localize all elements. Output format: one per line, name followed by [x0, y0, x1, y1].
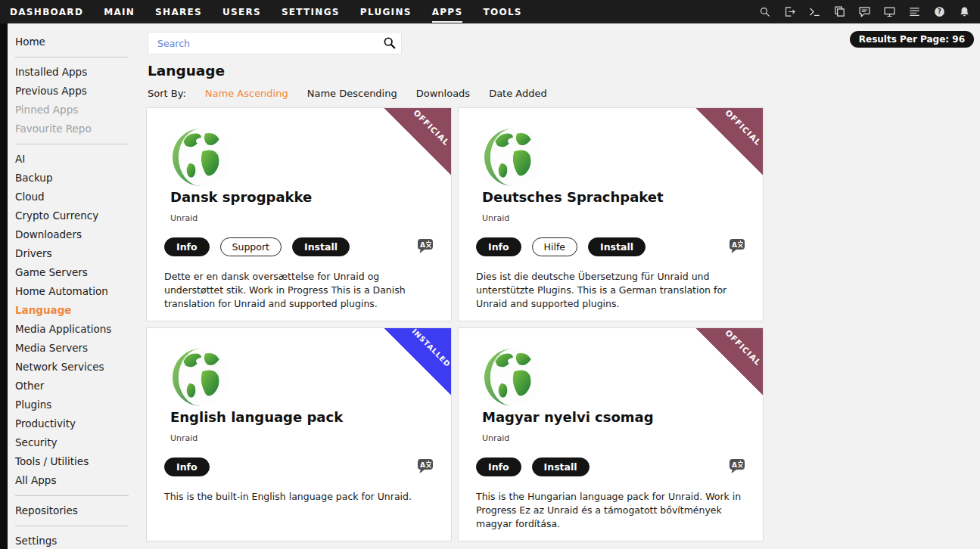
sidebar-item-installed-apps[interactable]: Installed Apps [8, 63, 146, 82]
log-icon[interactable] [907, 4, 922, 20]
search-submit-icon[interactable] [378, 33, 401, 54]
help-icon[interactable]: ? [932, 4, 947, 20]
terminal-icon[interactable] [807, 4, 823, 20]
sidebar-item-cloud[interactable]: Cloud [8, 188, 146, 206]
sort-date-added[interactable]: Date Added [489, 88, 547, 99]
sidebar-item-drivers[interactable]: Drivers [8, 244, 146, 263]
install-button[interactable]: Install [292, 237, 350, 256]
feedback-icon[interactable] [857, 4, 873, 20]
app-actions: Info Hilfe Install [476, 237, 646, 256]
sidebar-item-home-automation[interactable]: Home Automation [8, 282, 146, 301]
app-actions: Info Support Install [164, 237, 350, 256]
svg-text:A: A [732, 241, 737, 249]
sidebar-item-media-servers[interactable]: Media Servers [8, 339, 146, 358]
sidebar-item-security[interactable]: Security [8, 433, 146, 452]
sort-bar: Sort By: Name Ascending Name Descending … [148, 88, 547, 99]
app-title: Deutsches Sprachpaket [482, 189, 664, 205]
install-button[interactable]: Install [532, 458, 590, 476]
nav-item-tools[interactable]: TOOLS [483, 1, 521, 23]
sidebar-item-plugins[interactable]: Plugins [8, 395, 146, 414]
copy-icon[interactable] [832, 4, 848, 20]
svg-text:A: A [420, 241, 425, 249]
nav-item-settings[interactable]: SETTINGS [282, 1, 340, 23]
nav-item-plugins[interactable]: PLUGINS [360, 1, 412, 23]
installed-ribbon: INSTALLED [384, 327, 452, 395]
nav-item-main[interactable]: MAIN [104, 1, 135, 23]
install-button[interactable]: Install [588, 237, 646, 256]
app-author: Unraid [170, 433, 198, 443]
sidebar-item-settings[interactable]: Settings [8, 532, 146, 549]
translate-icon[interactable]: A [416, 457, 434, 475]
results-per-page-badge[interactable]: Results Per Page: 96 [850, 31, 974, 48]
sidebar-item-all-apps[interactable]: All Apps [8, 471, 146, 490]
app-author: Unraid [482, 213, 509, 223]
page-title: Language [148, 63, 225, 79]
info-button[interactable]: Info [164, 458, 210, 476]
sidebar-item-game-servers[interactable]: Game Servers [8, 263, 146, 282]
sidebar-item-media-applications[interactable]: Media Applications [8, 320, 146, 339]
translate-icon[interactable]: A [416, 237, 434, 255]
sort-name-descending[interactable]: Name Descending [307, 88, 397, 99]
app-title: Dansk sprogpakke [170, 189, 312, 205]
support-button[interactable]: Hilfe [532, 237, 577, 256]
app-card-dansk[interactable]: OFFICIAL Dansk sprogpakke Unraid Info Su… [146, 107, 452, 321]
globe-icon [481, 126, 545, 189]
sidebar-item-previous-apps[interactable]: Previous Apps [8, 82, 146, 101]
monitor-icon[interactable] [882, 4, 898, 20]
info-button[interactable]: Info [476, 458, 521, 476]
search-icon[interactable] [757, 4, 773, 20]
sidebar-item-favourite-repo: Favourite Repo [8, 119, 146, 138]
app-card-deutsch[interactable]: OFFICIAL Deutsches Sprachpaket Unraid In… [458, 107, 764, 321]
sidebar-item-ai[interactable]: AI [8, 150, 146, 169]
notifications-icon[interactable] [957, 4, 972, 20]
nav-icon-toolbar: ? [757, 4, 980, 20]
sidebar-item-other[interactable]: Other [8, 377, 146, 395]
nav-item-dashboard[interactable]: DASHBOARD [10, 1, 83, 23]
globe-icon [170, 126, 233, 189]
globe-icon [481, 346, 545, 409]
sort-downloads[interactable]: Downloads [416, 88, 470, 99]
app-description: Dies ist die deutsche Übersetzung für Un… [476, 270, 750, 311]
sidebar-item-repositories[interactable]: Repositories [8, 501, 146, 520]
sidebar-divider [15, 144, 129, 144]
sidebar-divider [15, 57, 129, 57]
logout-icon[interactable] [782, 4, 798, 20]
nav-item-shares[interactable]: SHARES [155, 1, 202, 23]
official-ribbon: OFFICIAL [695, 327, 764, 395]
sidebar-item-pinned-apps: Pinned Apps [8, 101, 146, 119]
app-card-magyar[interactable]: OFFICIAL Magyar nyelvi csomag Unraid Inf… [458, 327, 764, 541]
left-edge-strip [0, 23, 8, 549]
sidebar-item-tools-utilities[interactable]: Tools / Utilities [8, 452, 146, 471]
nav-menu: DASHBOARD MAIN SHARES USERS SETTINGS PLU… [0, 1, 522, 23]
app-title: English language pack [170, 409, 343, 425]
main-content: Results Per Page: 96 Language Sort By: N… [146, 23, 980, 549]
info-button[interactable]: Info [164, 237, 210, 256]
app-card-english[interactable]: INSTALLED English language pack Unraid I… [146, 327, 452, 541]
sidebar-item-crypto-currency[interactable]: Crypto Currency [8, 206, 146, 225]
official-ribbon: OFFICIAL [384, 107, 452, 175]
sidebar-item-downloaders[interactable]: Downloaders [8, 225, 146, 244]
sidebar-item-network-services[interactable]: Network Services [8, 358, 146, 377]
app-actions: Info Install [476, 458, 590, 476]
app-card-grid: OFFICIAL Dansk sprogpakke Unraid Info Su… [146, 107, 764, 541]
app-author: Unraid [482, 433, 509, 443]
svg-text:?: ? [938, 8, 941, 15]
top-navigation: DASHBOARD MAIN SHARES USERS SETTINGS PLU… [0, 0, 980, 23]
app-title: Magyar nyelvi csomag [482, 409, 654, 425]
sort-name-ascending[interactable]: Name Ascending [205, 88, 288, 99]
support-button[interactable]: Support [220, 237, 282, 256]
sidebar-item-productivity[interactable]: Productivity [8, 414, 146, 433]
sidebar-divider [15, 495, 129, 496]
nav-item-users[interactable]: USERS [222, 1, 261, 23]
search-input[interactable] [148, 38, 378, 49]
sidebar-item-home[interactable]: Home [8, 33, 146, 51]
app-actions: Info [164, 458, 210, 476]
sidebar-item-backup[interactable]: Backup [8, 169, 146, 188]
svg-text:A: A [732, 461, 737, 469]
translate-icon[interactable]: A [728, 237, 746, 255]
sidebar-item-language[interactable]: Language [8, 301, 146, 320]
translate-icon[interactable]: A [728, 457, 746, 475]
info-button[interactable]: Info [476, 237, 521, 256]
nav-item-apps[interactable]: APPS [432, 1, 463, 23]
app-author: Unraid [170, 213, 198, 223]
